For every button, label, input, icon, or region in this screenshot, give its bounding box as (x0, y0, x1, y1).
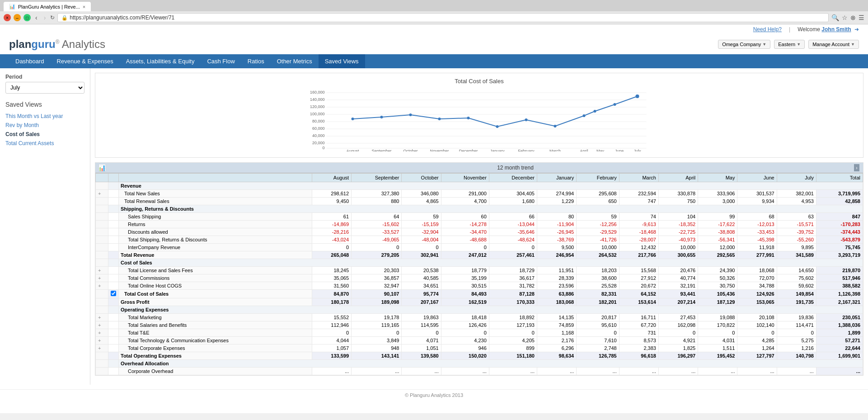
scroll-right-button[interactable]: › (854, 164, 859, 171)
expand-cell[interactable]: + (96, 314, 108, 321)
cell-value: 183,068 (537, 298, 576, 306)
cell-value: 750 (658, 198, 698, 205)
cell-value: -41,726 (577, 236, 619, 244)
cell-value: 34,651 (402, 282, 441, 290)
address-bar[interactable]: 🔒 https://planguruanalytics.com/RE/Viewe… (57, 13, 829, 22)
cell-value: 36,857 (352, 274, 402, 282)
cell-value: 0 (698, 329, 737, 337)
window-minimize-button[interactable]: – (14, 14, 21, 21)
region-selector-button[interactable]: Eastern ▼ (774, 40, 805, 49)
expand-cell (96, 205, 108, 213)
cell-value: 948 (352, 344, 402, 352)
saved-view-cost-of-sales[interactable]: Cost of Sales (5, 130, 84, 139)
cell-value: 191,735 (777, 298, 816, 306)
expand-cell (96, 306, 108, 314)
forward-button[interactable]: › (42, 14, 48, 21)
row-label: InterCompany Revenue (119, 244, 312, 251)
cell-value: 36,617 (489, 274, 537, 282)
browser-controls: × – □ ‹ › ↻ 🔒 https://planguruanalytics.… (0, 11, 868, 24)
row-label: Returns (119, 221, 312, 228)
stop-button[interactable]: ⊗ (850, 14, 856, 21)
nav-cashflow[interactable]: Cash Flow (201, 54, 241, 68)
expand-cell[interactable]: + (96, 282, 108, 290)
cell-value: 7,610 (577, 337, 619, 344)
cell-value: 10,000 (658, 244, 698, 251)
table-row: +Total Online Host COGS31,56032,94734,65… (96, 282, 863, 290)
cell-value: 19,863 (402, 314, 441, 321)
window-close-button[interactable]: × (4, 14, 11, 21)
content-area: Period July June May Saved Views This Mo… (0, 68, 868, 385)
svg-point-24 (525, 118, 528, 121)
bookmark-button[interactable]: ☆ (842, 14, 848, 21)
refresh-button[interactable]: ↻ (50, 14, 55, 21)
cell-value: 20,476 (658, 267, 698, 274)
close-icon[interactable]: × (83, 4, 85, 9)
cell-value: -12,256 (577, 221, 619, 228)
window-maximize-button[interactable]: □ (23, 14, 31, 21)
nav-dashboard[interactable]: Dashboard (9, 54, 51, 68)
table-row: +Total Corporate Expenses1,0579481,05194… (96, 344, 863, 352)
manage-account-button[interactable]: Manage Account ▼ (808, 40, 859, 49)
nav-other-metrics[interactable]: Other Metrics (271, 54, 319, 68)
cell-value: 66 (489, 213, 537, 221)
cell-value: 80 (537, 213, 576, 221)
cell-value: 19,178 (352, 314, 402, 321)
row-checkbox[interactable] (111, 291, 116, 296)
expand-cell[interactable]: + (96, 329, 108, 337)
menu-button[interactable]: ☰ (859, 14, 864, 21)
cell-value: 15,552 (312, 314, 351, 321)
saved-view-total-current-assets[interactable]: Total Current Assets (5, 139, 84, 148)
svg-text:January: January (490, 149, 505, 151)
company-selector-button[interactable]: Omega Company ▼ (718, 40, 770, 49)
chart-bar-icon[interactable]: 📊 (98, 164, 106, 171)
expand-cell[interactable]: + (96, 190, 108, 198)
logout-icon[interactable]: ➜ (854, 26, 859, 33)
saved-view-rev-by-month[interactable]: Rev by Month (5, 121, 84, 130)
expand-cell[interactable]: + (96, 321, 108, 329)
cell-value: 346,080 (402, 190, 441, 198)
cell-value: 246,954 (537, 251, 576, 259)
svg-point-25 (554, 125, 557, 127)
expand-cell[interactable]: + (96, 267, 108, 274)
cell-value: 10,000 (577, 244, 619, 251)
expand-cell (96, 352, 108, 360)
nav-ratios[interactable]: Ratios (241, 54, 271, 68)
need-help-link[interactable]: Need Help? (753, 26, 782, 33)
cell-value: 27,453 (658, 314, 698, 321)
nav-assets[interactable]: Assets, Liabilities & Equity (120, 54, 201, 68)
cell-value: 277,991 (737, 251, 777, 259)
cell-value: 143,141 (352, 352, 402, 360)
cell-value: 114,595 (402, 321, 441, 329)
browser-chrome: 📊 PlanGuru Analytics | Reve... × × – □ ‹… (0, 0, 868, 24)
cell-value: 18,729 (489, 267, 537, 274)
cell-value: -38,808 (698, 228, 737, 236)
expand-cell[interactable]: + (96, 337, 108, 344)
cell-value: 18,203 (577, 267, 619, 274)
cell-value: 24,390 (698, 267, 737, 274)
saved-view-this-month[interactable]: This Month vs Last year (5, 112, 84, 121)
expand-cell[interactable]: + (96, 274, 108, 282)
row-label: Total Operating Expenses (119, 352, 312, 360)
expand-cell[interactable]: + (96, 344, 108, 352)
cell-value: 28,339 (537, 274, 576, 282)
nav-revenue-expenses[interactable]: Revenue & Expenses (51, 54, 120, 68)
expand-cell (96, 290, 108, 298)
cell-value: 847 (816, 213, 863, 221)
cell-value: 12,432 (619, 244, 658, 251)
cell-value: 18,418 (441, 314, 489, 321)
cell-value: -39,752 (777, 228, 816, 236)
cell-value: 6,296 (537, 344, 576, 352)
nav-saved-views[interactable]: Saved Views (319, 54, 365, 68)
cell-value: 68 (737, 213, 777, 221)
cell-value: 0 (737, 329, 777, 337)
period-select[interactable]: July June May (5, 82, 84, 94)
cell-value: 295,608 (577, 190, 619, 198)
user-name-link[interactable]: John Smith (821, 26, 851, 33)
checkbox-cell[interactable] (108, 290, 119, 298)
cell-value: 19,836 (777, 314, 816, 321)
search-button[interactable]: 🔍 (831, 14, 839, 21)
browser-tab[interactable]: 📊 PlanGuru Analytics | Reve... × (4, 2, 91, 11)
checkbox-cell (108, 368, 119, 375)
cell-value: 170,822 (698, 321, 737, 329)
back-button[interactable]: ‹ (33, 14, 39, 21)
